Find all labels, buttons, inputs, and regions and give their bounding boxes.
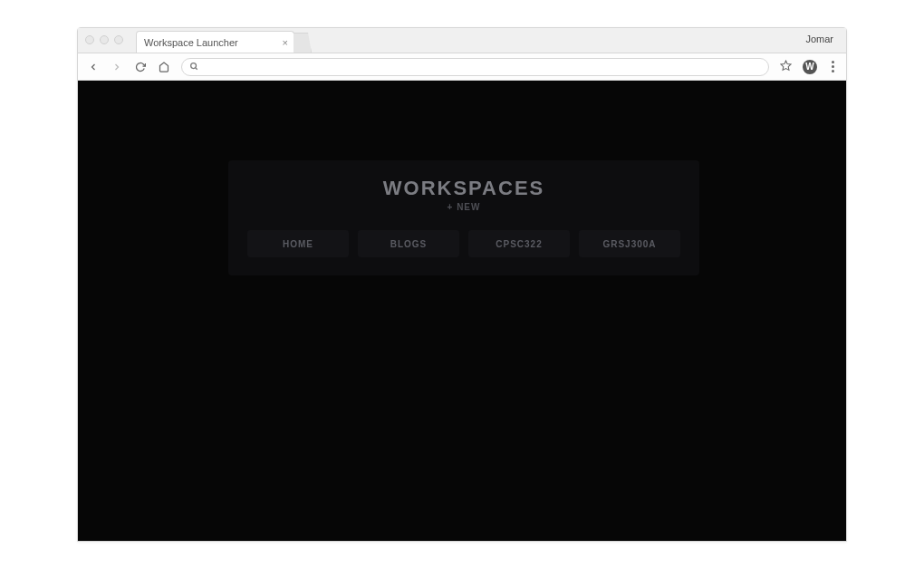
dot-icon [832,70,834,72]
toolbar: W [78,53,846,81]
svg-point-0 [191,63,197,68]
dot-icon [832,65,834,68]
panel-title: WORKSPACES [243,177,685,200]
bookmark-button[interactable] [780,60,792,74]
back-button[interactable] [87,61,100,73]
star-icon [780,60,792,72]
titlebar: Workspace Launcher × Jomar [78,28,846,53]
window-maximize-icon[interactable] [114,35,123,44]
workspace-button-home[interactable]: HOME [247,230,349,257]
reload-icon [135,62,146,72]
workspaces-panel: WORKSPACES + NEW HOME BLOGS CPSC322 GRSJ… [228,160,699,275]
address-bar[interactable] [181,58,769,76]
workspace-button-cpsc322[interactable]: CPSC322 [468,230,570,257]
reload-button[interactable] [134,61,147,73]
browser-window: Workspace Launcher × Jomar W [77,27,847,542]
browser-menu-button[interactable] [828,61,837,72]
workspace-button-grsj300a[interactable]: GRSJ300A [579,230,680,257]
forward-button[interactable] [111,61,123,73]
tab-title: Workspace Launcher [144,37,238,48]
home-button[interactable] [158,61,170,73]
svg-line-1 [196,67,197,69]
workspace-row: HOME BLOGS CPSC322 GRSJ300A [243,230,685,257]
window-close-icon[interactable] [85,35,94,44]
new-tab-button[interactable] [294,33,312,53]
browser-tab[interactable]: Workspace Launcher × [136,31,294,53]
tab-close-icon[interactable]: × [283,37,288,48]
svg-marker-2 [781,61,791,70]
new-workspace-button[interactable]: + NEW [243,202,685,212]
arrow-right-icon [111,62,122,72]
profile-name[interactable]: Jomar [805,34,833,44]
window-minimize-icon[interactable] [100,35,109,44]
page-viewport: WORKSPACES + NEW HOME BLOGS CPSC322 GRSJ… [78,81,846,541]
arrow-left-icon [88,62,99,72]
window-controls [85,35,123,44]
dot-icon [832,61,834,63]
home-icon [159,62,169,72]
extension-badge[interactable]: W [803,60,817,74]
search-icon [189,62,198,72]
workspace-button-blogs[interactable]: BLOGS [358,230,459,257]
